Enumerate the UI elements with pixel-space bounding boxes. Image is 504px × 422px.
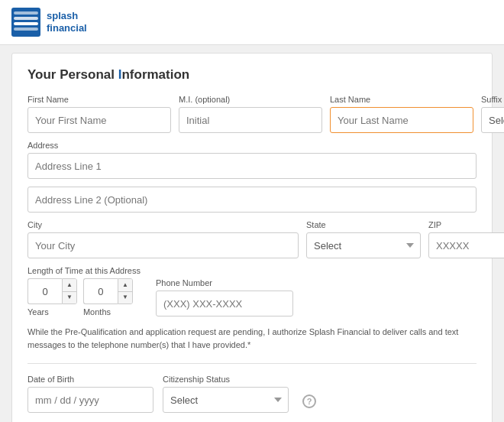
years-down-button[interactable]: ▼ — [63, 292, 76, 304]
dob-label: Date of Birth — [27, 375, 153, 384]
city-group: City — [27, 220, 299, 258]
months-spinner: ▲ ▼ — [83, 278, 133, 304]
months-up-button[interactable]: ▲ — [118, 279, 132, 292]
mi-label: M.I. (optional) — [179, 95, 322, 104]
phone-group: Phone Number — [156, 278, 293, 316]
length-label: Length of Time at this Address — [27, 266, 141, 275]
svg-rect-3 — [14, 22, 38, 25]
dob-input[interactable] — [27, 387, 153, 413]
last-name-group: Last Name — [330, 95, 473, 133]
citizenship-select[interactable]: Select US Citizen Permanent Resident Non… — [163, 387, 289, 413]
header: splash financial — [0, 0, 504, 45]
section-title: Your Personal Information — [27, 67, 477, 83]
months-input[interactable] — [83, 278, 118, 304]
years-up-button[interactable]: ▲ — [63, 279, 76, 292]
dob-citizenship-row: Date of Birth Citizenship Status Select … — [27, 375, 477, 413]
zip-input[interactable] — [428, 232, 504, 258]
zip-label: ZIP — [428, 220, 504, 229]
years-spinner: ▲ ▼ — [27, 278, 77, 304]
state-label: State — [306, 220, 421, 229]
address2-section — [27, 187, 477, 213]
address1-input[interactable] — [27, 153, 477, 179]
address-label: Address — [27, 141, 477, 150]
svg-rect-2 — [14, 17, 38, 20]
last-name-input[interactable] — [330, 107, 473, 133]
logo-icon — [11, 8, 40, 37]
help-icon[interactable]: ? — [302, 394, 316, 408]
first-name-input[interactable] — [27, 107, 171, 133]
first-name-label: First Name — [27, 95, 171, 104]
months-label: Months — [83, 307, 133, 316]
logo-text: splash financial — [47, 10, 87, 34]
citizenship-label: Citizenship Status — [163, 375, 289, 384]
first-name-group: First Name — [27, 95, 171, 133]
city-label: City — [27, 220, 299, 229]
state-select[interactable]: Select ALAKAZ CACOFL NYTX — [306, 232, 421, 258]
svg-rect-1 — [14, 11, 38, 15]
main-card: Your Personal Information First Name M.I… — [11, 53, 493, 422]
svg-rect-4 — [14, 28, 38, 31]
section-divider — [27, 363, 477, 364]
disclaimer-text: While the Pre-Qualification and applicat… — [27, 326, 470, 351]
last-name-label: Last Name — [330, 95, 473, 104]
state-group: State Select ALAKAZ CACOFL NYTX — [306, 220, 421, 258]
zip-group: ZIP — [428, 220, 504, 258]
mi-input[interactable] — [179, 107, 322, 133]
dob-group: Date of Birth — [27, 375, 153, 413]
suffix-group: Suffix (optional) Select Jr. Sr. II III — [481, 95, 504, 133]
suffix-label: Suffix (optional) — [481, 95, 504, 104]
address-section: Address — [27, 141, 477, 179]
address2-input[interactable] — [27, 187, 477, 213]
years-input[interactable] — [27, 278, 62, 304]
length-phone-row: Length of Time at this Address ▲ ▼ Years — [27, 266, 477, 316]
suffix-select[interactable]: Select Jr. Sr. II III — [481, 107, 504, 133]
phone-label: Phone Number — [156, 278, 293, 287]
length-group: Length of Time at this Address ▲ ▼ Years — [27, 266, 141, 316]
city-input[interactable] — [27, 232, 299, 258]
phone-input[interactable] — [156, 291, 293, 316]
citizenship-group: Citizenship Status Select US Citizen Per… — [163, 375, 289, 413]
mi-group: M.I. (optional) — [179, 95, 322, 133]
months-down-button[interactable]: ▼ — [118, 292, 132, 304]
years-label: Years — [27, 307, 77, 316]
